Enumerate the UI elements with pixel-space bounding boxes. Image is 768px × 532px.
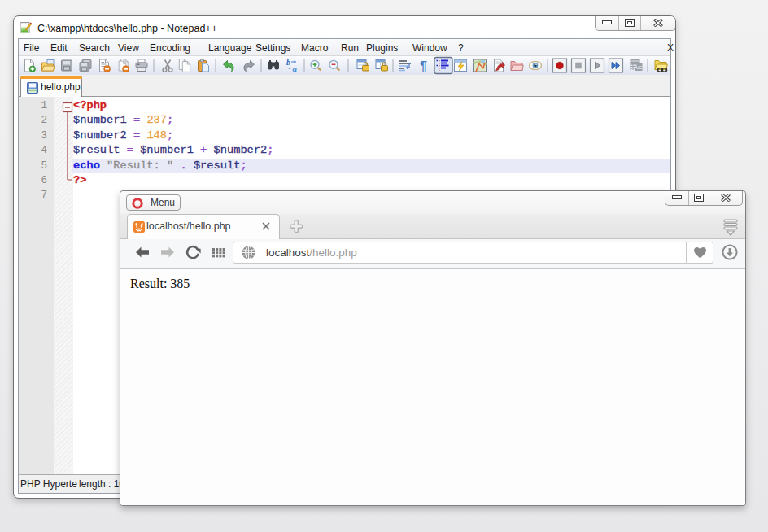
svg-text:UC: UC <box>636 65 643 70</box>
svg-text:b: b <box>286 58 290 67</box>
svg-text:¶: ¶ <box>420 59 427 73</box>
svg-text:a: a <box>293 63 298 73</box>
